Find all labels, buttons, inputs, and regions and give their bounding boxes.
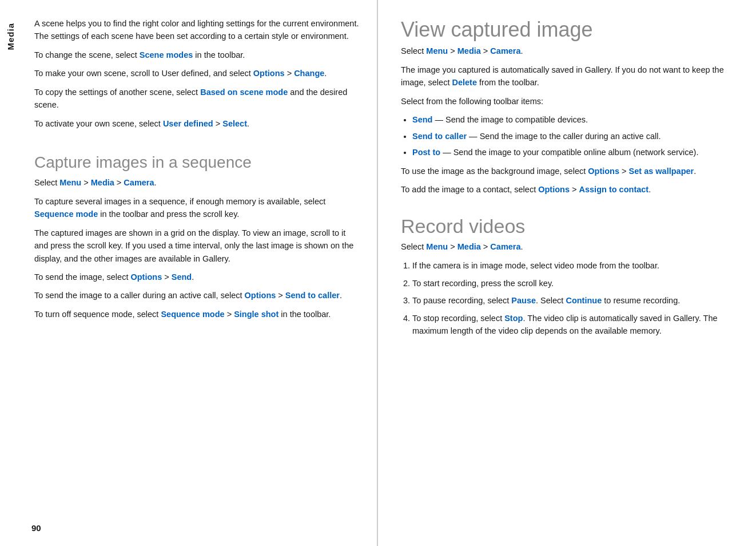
capture-section-title: Capture images in a sequence — [34, 153, 360, 172]
capture-p3: To send the image, select Options > Send… — [34, 271, 360, 283]
set-as-wallpaper-link[interactable]: Set as wallpaper — [629, 167, 694, 176]
record-section: Record videos Select Menu > Media > Came… — [401, 215, 733, 343]
media-sidebar-label: Media — [5, 23, 18, 50]
record-nav-menu[interactable]: Menu — [426, 242, 448, 251]
based-on-link[interactable]: Based on scene mode — [200, 88, 288, 97]
page-number: 90 — [31, 522, 41, 535]
continue-link[interactable]: Continue — [566, 296, 602, 305]
view-nav-media[interactable]: Media — [457, 46, 481, 56]
record-step-1: If the camera is in image mode, select v… — [412, 259, 733, 272]
record-nav-camera[interactable]: Camera — [490, 242, 520, 251]
intro-p4: To copy the settings of another scene, s… — [34, 86, 360, 112]
single-shot-link[interactable]: Single shot — [234, 310, 278, 319]
left-panel: Media A scene helps you to find the righ… — [0, 0, 378, 546]
record-nav: Select Menu > Media > Camera. — [401, 241, 733, 254]
capture-nav: Select Menu > Media > Camera. — [34, 177, 360, 189]
right-panel: View captured image Select Menu > Media … — [378, 0, 756, 546]
view-p2: Select from the following toolbar items: — [401, 95, 733, 108]
record-steps-list: If the camera is in image mode, select v… — [412, 259, 733, 337]
intro-p3: To make your own scene, scroll to User d… — [34, 67, 360, 80]
intro-p1: A scene helps you to find the right colo… — [34, 17, 360, 43]
view-p3: To use the image as the background image… — [401, 165, 733, 177]
sequence-mode-link-1[interactable]: Sequence mode — [34, 209, 98, 219]
record-section-title: Record videos — [401, 215, 733, 238]
bullet-send-to-caller: Send to caller — Send the image to the c… — [412, 130, 733, 143]
select-link[interactable]: Select — [222, 119, 247, 128]
view-section: View captured image Select Menu > Media … — [401, 17, 733, 202]
capture-nav-camera[interactable]: Camera — [124, 178, 154, 187]
view-section-title: View captured image — [401, 17, 733, 42]
capture-p2: The captured images are shown in a grid … — [34, 227, 360, 265]
delete-link[interactable]: Delete — [452, 78, 477, 87]
intro-p2: To change the scene, select Scene modes … — [34, 49, 360, 61]
view-options-link[interactable]: Options — [588, 167, 619, 176]
view-options-link-2[interactable]: Options — [538, 185, 570, 194]
intro-block: A scene helps you to find the right colo… — [34, 17, 360, 136]
stop-link[interactable]: Stop — [504, 314, 523, 323]
capture-send-link[interactable]: Send — [172, 272, 192, 282]
bullet-send: Send — Send the image to compatible devi… — [412, 113, 733, 126]
assign-to-contact-link[interactable]: Assign to contact — [579, 185, 649, 194]
capture-section: Capture images in a sequence Select Menu… — [34, 153, 360, 326]
view-nav-menu[interactable]: Menu — [426, 46, 448, 56]
send-link[interactable]: Send — [412, 115, 432, 124]
record-nav-media[interactable]: Media — [457, 242, 481, 251]
capture-nav-menu[interactable]: Menu — [59, 178, 81, 187]
user-defined-link[interactable]: User defined — [163, 119, 213, 128]
record-step-4: To stop recording, select Stop. The vide… — [412, 312, 733, 338]
view-bullet-list: Send — Send the image to compatible devi… — [412, 113, 733, 159]
view-nav-camera[interactable]: Camera — [490, 46, 520, 56]
intro-p5: To activate your own scene, select User … — [34, 117, 360, 130]
change-link[interactable]: Change — [294, 69, 324, 78]
send-to-caller-link[interactable]: Send to caller — [412, 132, 467, 141]
post-to-link[interactable]: Post to — [412, 148, 440, 157]
capture-nav-media[interactable]: Media — [91, 178, 114, 187]
scene-modes-link[interactable]: Scene modes — [140, 50, 193, 60]
capture-p1: To capture several images in a sequence,… — [34, 195, 360, 221]
capture-options-link[interactable]: Options — [130, 272, 162, 282]
view-p4: To add the image to a contact, select Op… — [401, 183, 733, 196]
view-p1: The image you captured is automatically … — [401, 64, 733, 89]
capture-options-link-2[interactable]: Options — [245, 291, 276, 300]
pause-link[interactable]: Pause — [511, 296, 536, 305]
view-nav: Select Menu > Media > Camera. — [401, 45, 733, 58]
capture-p4: To send the image to a caller during an … — [34, 289, 360, 302]
bullet-post-to: Post to — Send the image to your compati… — [412, 146, 733, 159]
capture-p5: To turn off sequence mode, select Sequen… — [34, 308, 360, 321]
record-step-3: To pause recording, select Pause. Select… — [412, 294, 733, 307]
record-step-2: To start recording, press the scroll key… — [412, 277, 733, 290]
sequence-mode-link-2[interactable]: Sequence mode — [161, 310, 224, 319]
options-link-1[interactable]: Options — [253, 69, 285, 78]
capture-send-to-caller-link[interactable]: Send to caller — [285, 291, 340, 300]
